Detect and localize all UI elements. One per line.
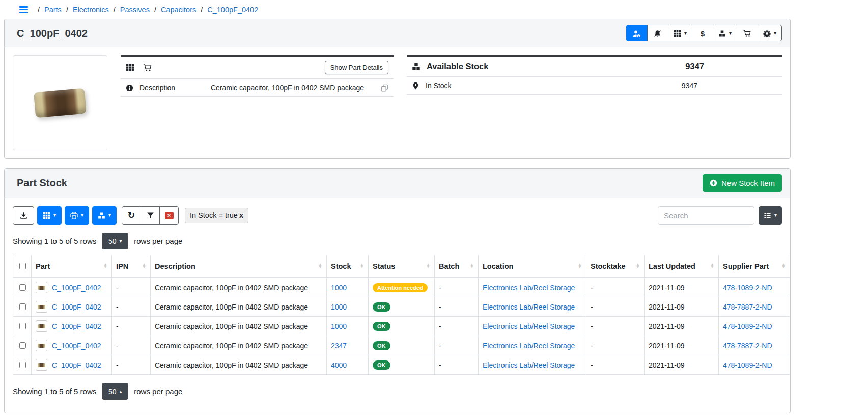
- page-title: C_100pF_0402: [17, 27, 88, 39]
- location-link[interactable]: Electronics Lab/Reel Storage: [483, 322, 575, 330]
- new-stock-item-button[interactable]: New Stock Item: [703, 174, 782, 192]
- ipn-cell: -: [112, 355, 151, 375]
- part-image[interactable]: [13, 55, 107, 150]
- row-checkbox[interactable]: [19, 342, 26, 349]
- batch-cell: -: [435, 336, 479, 355]
- col-select: [13, 255, 32, 278]
- stock-link[interactable]: 1000: [331, 322, 347, 330]
- col-batch[interactable]: Batch: [435, 255, 479, 278]
- description-cell: Ceramic capacitor, 100pF in 0402 SMD pac…: [151, 317, 327, 336]
- location-link[interactable]: Electronics Lab/Reel Storage: [483, 303, 575, 311]
- stock-link[interactable]: 1000: [331, 303, 347, 311]
- breadcrumb-link-electronics[interactable]: Electronics: [62, 6, 109, 14]
- description-cell: Ceramic capacitor, 100pF in 0402 SMD pac…: [151, 277, 327, 297]
- stock-actions-button[interactable]: ▾: [713, 25, 737, 41]
- col-status[interactable]: Status: [369, 255, 435, 278]
- download-icon: [20, 212, 27, 219]
- stock-link[interactable]: 2347: [331, 342, 347, 350]
- select-all-checkbox[interactable]: [19, 263, 26, 269]
- col-supplier-part[interactable]: Supplier Part: [719, 255, 790, 278]
- pricing-button[interactable]: $: [692, 25, 713, 41]
- table-view-button[interactable]: ▾: [759, 206, 782, 225]
- page-size-value: 50: [108, 387, 117, 396]
- breadcrumb-link-part[interactable]: C_100pF_0402: [196, 6, 258, 14]
- notifications-button[interactable]: [647, 25, 668, 41]
- supplier-part-link[interactable]: 478-7887-2-ND: [723, 342, 772, 350]
- available-stock-total: 9347: [685, 62, 777, 71]
- order-part-button[interactable]: [737, 25, 758, 41]
- row-checkbox[interactable]: [19, 303, 26, 310]
- stock-link[interactable]: 4000: [331, 361, 347, 369]
- col-location[interactable]: Location: [479, 255, 586, 278]
- bell-slash-icon: [654, 30, 661, 37]
- supplier-part-link[interactable]: 478-7887-2-ND: [723, 303, 772, 311]
- search-input[interactable]: [658, 206, 754, 225]
- stock-link[interactable]: 1000: [331, 284, 347, 292]
- copy-icon[interactable]: [381, 84, 388, 92]
- sort-icon: [636, 264, 640, 268]
- grid-icon[interactable]: [126, 63, 134, 72]
- col-stock[interactable]: Stock: [327, 255, 369, 278]
- col-stocktake[interactable]: Stocktake: [586, 255, 645, 278]
- stock-row: C_100pF_0402 - Ceramic capacitor, 100pF …: [13, 277, 790, 297]
- location-link[interactable]: Electronics Lab/Reel Storage: [483, 342, 575, 350]
- showing-rows-text: Showing 1 to 5 of 5 rows: [13, 237, 96, 245]
- cart-icon: [743, 30, 751, 37]
- col-part[interactable]: Part: [32, 255, 112, 278]
- reload-table-button[interactable]: ↻: [122, 206, 141, 225]
- stock-table-header-row: Part IPN Description Stock Status Batch …: [13, 255, 790, 278]
- page-size-dropdown[interactable]: 50 ▾: [102, 233, 128, 249]
- part-details-card: Show Part Details Description Ceramic ca…: [121, 55, 394, 97]
- ipn-cell: -: [112, 277, 151, 297]
- show-part-details-button[interactable]: Show Part Details: [325, 61, 388, 74]
- part-link[interactable]: C_100pF_0402: [52, 284, 101, 292]
- print-actions-button[interactable]: ▾: [65, 206, 89, 225]
- sort-icon: [142, 264, 146, 268]
- row-checkbox[interactable]: [19, 284, 26, 291]
- part-detail-header: C_100pF_0402 ▾ $ ▾: [5, 19, 790, 47]
- col-label: Status: [373, 262, 395, 270]
- breadcrumb-links: Parts Electronics Passives Capacitors C_…: [33, 6, 258, 14]
- info-icon: [126, 84, 133, 92]
- caret-up-icon: ▴: [120, 389, 122, 394]
- part-link[interactable]: C_100pF_0402: [52, 342, 101, 350]
- breadcrumb-link-passives[interactable]: Passives: [109, 6, 150, 14]
- filter-chip[interactable]: In Stock = true x: [185, 208, 248, 223]
- part-link[interactable]: C_100pF_0402: [52, 361, 101, 369]
- funnel-icon: [147, 212, 154, 219]
- add-filter-button[interactable]: [141, 206, 160, 225]
- ipn-cell: -: [112, 336, 151, 355]
- description-cell: Ceramic capacitor, 100pF in 0402 SMD pac…: [151, 297, 327, 317]
- caret-down-icon: ▾: [108, 213, 111, 218]
- filter-chip-remove[interactable]: x: [239, 211, 243, 219]
- col-label: Stock: [331, 262, 351, 270]
- page-size-dropdown[interactable]: 50 ▴: [102, 383, 128, 400]
- row-checkbox[interactable]: [19, 323, 26, 329]
- menu-icon[interactable]: [19, 6, 28, 13]
- part-link[interactable]: C_100pF_0402: [52, 303, 101, 311]
- location-link[interactable]: Electronics Lab/Reel Storage: [483, 361, 575, 369]
- display-options-button[interactable]: ▾: [668, 25, 692, 41]
- location-link[interactable]: Electronics Lab/Reel Storage: [483, 284, 575, 292]
- stock-row: C_100pF_0402 - Ceramic capacitor, 100pF …: [13, 336, 790, 355]
- col-description[interactable]: Description: [151, 255, 327, 278]
- subscribe-button[interactable]: [626, 25, 648, 41]
- supplier-part-link[interactable]: 478-1089-2-ND: [723, 284, 772, 292]
- col-last-updated[interactable]: Last Updated: [645, 255, 719, 278]
- breadcrumb-link-capacitors[interactable]: Capacitors: [150, 6, 196, 14]
- export-button[interactable]: [13, 206, 34, 225]
- clear-filters-button[interactable]: ×: [159, 206, 179, 225]
- columns-dropdown-button[interactable]: ▾: [37, 206, 62, 225]
- supplier-part-link[interactable]: 478-1089-2-ND: [723, 361, 772, 369]
- stock-options-button[interactable]: ▾: [92, 206, 117, 225]
- col-ipn[interactable]: IPN: [112, 255, 151, 278]
- sort-icon: [710, 264, 714, 268]
- breadcrumb-link-parts[interactable]: Parts: [33, 6, 62, 14]
- part-link[interactable]: C_100pF_0402: [52, 322, 101, 330]
- last-updated-cell: 2021-11-09: [645, 317, 719, 336]
- cart-icon[interactable]: [143, 63, 152, 72]
- caret-down-icon: ▾: [53, 213, 56, 218]
- supplier-part-link[interactable]: 478-1089-2-ND: [723, 322, 772, 330]
- part-settings-button[interactable]: ▾: [758, 25, 782, 41]
- row-checkbox[interactable]: [19, 362, 26, 368]
